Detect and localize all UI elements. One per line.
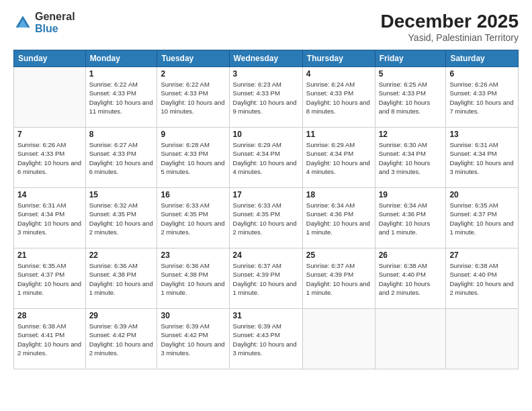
day-info: Sunrise: 6:30 AMSunset: 4:34 PMDaylight:… [379,140,443,176]
logo-icon [13,13,32,32]
day-info: Sunrise: 6:29 AMSunset: 4:34 PMDaylight:… [233,140,299,176]
day-number: 3 [233,69,299,79]
day-cell: 8Sunrise: 6:27 AMSunset: 4:33 PMDaylight… [85,128,157,188]
day-cell: 2Sunrise: 6:22 AMSunset: 4:33 PMDaylight… [157,67,229,128]
day-cell: 13Sunrise: 6:31 AMSunset: 4:34 PMDayligh… [446,128,519,188]
day-cell: 6Sunrise: 6:26 AMSunset: 4:33 PMDaylight… [446,67,519,128]
calendar-header: Sunday Monday Tuesday Wednesday Thursday… [14,50,519,67]
day-number: 4 [306,69,371,79]
day-cell: 3Sunrise: 6:23 AMSunset: 4:33 PMDaylight… [229,67,302,128]
day-number: 2 [161,69,225,79]
day-cell: 25Sunrise: 6:37 AMSunset: 4:39 PMDayligh… [302,248,375,309]
day-cell: 21Sunrise: 6:35 AMSunset: 4:37 PMDayligh… [14,248,86,309]
day-number: 14 [17,190,82,199]
day-number: 8 [89,130,154,139]
day-number: 20 [449,190,515,199]
day-info: Sunrise: 6:33 AMSunset: 4:35 PMDaylight:… [161,201,225,236]
day-info: Sunrise: 6:39 AMSunset: 4:43 PMDaylight:… [233,322,299,357]
day-number: 24 [233,250,299,260]
day-cell: 1Sunrise: 6:22 AMSunset: 4:33 PMDaylight… [85,67,157,128]
day-cell: 15Sunrise: 6:32 AMSunset: 4:35 PMDayligh… [85,188,157,248]
day-number: 11 [306,130,371,139]
day-cell: 5Sunrise: 6:25 AMSunset: 4:33 PMDaylight… [375,67,446,128]
week-row-1: 7Sunrise: 6:26 AMSunset: 4:33 PMDaylight… [14,128,519,188]
day-cell: 10Sunrise: 6:29 AMSunset: 4:34 PMDayligh… [229,128,302,188]
day-number: 27 [449,250,515,260]
col-monday: Monday [85,50,157,67]
day-info: Sunrise: 6:31 AMSunset: 4:34 PMDaylight:… [449,140,515,176]
day-info: Sunrise: 6:36 AMSunset: 4:38 PMDaylight:… [161,261,225,297]
day-cell: 22Sunrise: 6:36 AMSunset: 4:38 PMDayligh… [85,248,157,309]
col-tuesday: Tuesday [157,50,229,67]
day-number: 10 [233,130,299,139]
day-number: 21 [17,250,82,260]
day-cell: 9Sunrise: 6:28 AMSunset: 4:33 PMDaylight… [157,128,229,188]
day-cell [302,309,375,369]
day-info: Sunrise: 6:24 AMSunset: 4:33 PMDaylight:… [306,80,371,116]
day-cell: 11Sunrise: 6:29 AMSunset: 4:34 PMDayligh… [302,128,375,188]
day-cell: 26Sunrise: 6:38 AMSunset: 4:40 PMDayligh… [375,248,446,309]
day-cell: 4Sunrise: 6:24 AMSunset: 4:33 PMDaylight… [302,67,375,128]
calendar-body: 1Sunrise: 6:22 AMSunset: 4:33 PMDaylight… [14,67,519,369]
day-info: Sunrise: 6:36 AMSunset: 4:38 PMDaylight:… [89,261,154,297]
day-info: Sunrise: 6:38 AMSunset: 4:40 PMDaylight:… [379,261,443,297]
day-number: 9 [161,130,225,139]
day-cell: 7Sunrise: 6:26 AMSunset: 4:33 PMDaylight… [14,128,86,188]
day-cell: 24Sunrise: 6:37 AMSunset: 4:39 PMDayligh… [229,248,302,309]
header: General Blue December 2025 Yasid, Palest… [13,11,519,43]
col-saturday: Saturday [446,50,519,67]
day-number: 13 [449,130,515,139]
day-number: 23 [161,250,225,260]
header-row: Sunday Monday Tuesday Wednesday Thursday… [14,50,519,67]
logo-general: General [35,11,75,23]
day-info: Sunrise: 6:33 AMSunset: 4:35 PMDaylight:… [233,201,299,236]
day-number: 19 [379,190,443,199]
day-info: Sunrise: 6:26 AMSunset: 4:33 PMDaylight:… [17,140,82,176]
week-row-2: 14Sunrise: 6:31 AMSunset: 4:34 PMDayligh… [14,188,519,248]
day-number: 30 [161,311,225,320]
day-info: Sunrise: 6:25 AMSunset: 4:33 PMDaylight:… [379,80,443,116]
week-row-4: 28Sunrise: 6:38 AMSunset: 4:41 PMDayligh… [14,309,519,369]
logo: General Blue [13,11,75,34]
day-info: Sunrise: 6:29 AMSunset: 4:34 PMDaylight:… [306,140,371,176]
title-block: December 2025 Yasid, Palestinian Territo… [381,11,519,43]
day-info: Sunrise: 6:32 AMSunset: 4:35 PMDaylight:… [89,201,154,236]
day-cell: 16Sunrise: 6:33 AMSunset: 4:35 PMDayligh… [157,188,229,248]
subtitle: Yasid, Palestinian Territory [381,32,519,43]
day-number: 6 [449,69,515,79]
day-number: 7 [17,130,82,139]
day-info: Sunrise: 6:39 AMSunset: 4:42 PMDaylight:… [89,322,154,357]
day-info: Sunrise: 6:39 AMSunset: 4:42 PMDaylight:… [161,322,225,357]
day-info: Sunrise: 6:22 AMSunset: 4:33 PMDaylight:… [161,80,225,116]
col-friday: Friday [375,50,446,67]
day-cell: 28Sunrise: 6:38 AMSunset: 4:41 PMDayligh… [14,309,86,369]
day-info: Sunrise: 6:37 AMSunset: 4:39 PMDaylight:… [306,261,371,297]
day-info: Sunrise: 6:27 AMSunset: 4:33 PMDaylight:… [89,140,154,176]
calendar: Sunday Monday Tuesday Wednesday Thursday… [13,50,519,369]
day-cell [14,67,86,128]
day-number: 1 [89,69,154,79]
day-number: 12 [379,130,443,139]
day-info: Sunrise: 6:38 AMSunset: 4:40 PMDaylight:… [449,261,515,297]
day-info: Sunrise: 6:23 AMSunset: 4:33 PMDaylight:… [233,80,299,116]
day-cell: 31Sunrise: 6:39 AMSunset: 4:43 PMDayligh… [229,309,302,369]
day-cell: 14Sunrise: 6:31 AMSunset: 4:34 PMDayligh… [14,188,86,248]
week-row-3: 21Sunrise: 6:35 AMSunset: 4:37 PMDayligh… [14,248,519,309]
day-number: 31 [233,311,299,320]
day-info: Sunrise: 6:34 AMSunset: 4:36 PMDaylight:… [379,201,443,236]
day-cell: 23Sunrise: 6:36 AMSunset: 4:38 PMDayligh… [157,248,229,309]
week-row-0: 1Sunrise: 6:22 AMSunset: 4:33 PMDaylight… [14,67,519,128]
day-cell: 19Sunrise: 6:34 AMSunset: 4:36 PMDayligh… [375,188,446,248]
day-info: Sunrise: 6:34 AMSunset: 4:36 PMDaylight:… [306,201,371,236]
day-number: 26 [379,250,443,260]
main-title: December 2025 [381,11,519,32]
col-sunday: Sunday [14,50,86,67]
day-number: 22 [89,250,154,260]
page: General Blue December 2025 Yasid, Palest… [0,0,532,411]
day-info: Sunrise: 6:22 AMSunset: 4:33 PMDaylight:… [89,80,154,116]
col-wednesday: Wednesday [229,50,302,67]
day-number: 15 [89,190,154,199]
day-number: 18 [306,190,371,199]
day-number: 25 [306,250,371,260]
day-cell: 20Sunrise: 6:35 AMSunset: 4:37 PMDayligh… [446,188,519,248]
